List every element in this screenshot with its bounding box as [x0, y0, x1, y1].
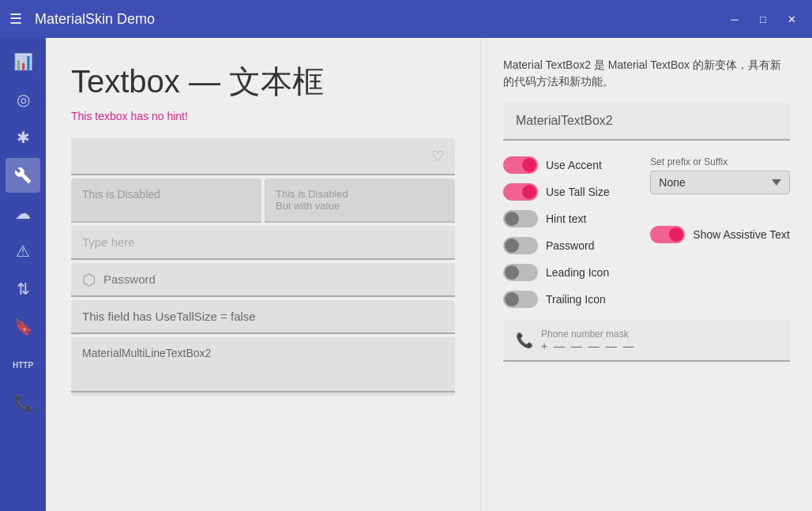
leading-icon-label: Leading Icon: [546, 266, 609, 279]
hint-text-toggle[interactable]: [503, 210, 538, 227]
use-accent-toggle[interactable]: [503, 156, 538, 174]
sidebar: 📊 ◎ ✱ ☁ ⚠ ⇅ 🔖 HTTP 📞: [0, 38, 46, 511]
app-title: MaterialSkin Demo: [35, 11, 724, 28]
preview-textbox[interactable]: MaterialTextBox2: [503, 103, 790, 141]
minimize-button[interactable]: ─: [724, 8, 746, 30]
hint-text-label: Hint text: [546, 212, 586, 225]
sidebar-item-sort[interactable]: ⇅: [6, 272, 40, 306]
hamburger-button[interactable]: ☰: [9, 10, 22, 28]
disabled-fields-row: This is Disabled This is Disabled But wi…: [71, 178, 455, 223]
wrench-icon: [14, 167, 32, 184]
dropdown-label: Set prefix or Suffix: [650, 156, 790, 167]
heart-icon[interactable]: ♡: [431, 148, 444, 165]
fingerprint-icon: ⬡: [82, 270, 96, 289]
use-accent-label: Use Accent: [546, 159, 602, 171]
left-panel: Textbox — 文本框 This texbox has no hint! ♡…: [46, 38, 480, 511]
prefix-suffix-select[interactable]: None Prefix Suffix: [650, 171, 790, 194]
page-title: Textbox — 文本框: [71, 60, 455, 103]
disabled2-value: But with value: [276, 200, 444, 212]
phone-icon: 📞: [516, 332, 533, 349]
password-input[interactable]: [103, 263, 444, 295]
leading-icon-toggle[interactable]: [503, 264, 538, 281]
tall-size-container: [71, 300, 455, 334]
disabled-field-1: This is Disabled: [71, 178, 261, 223]
phone-value: + — — — — —: [541, 340, 636, 352]
sidebar-item-http[interactable]: HTTP: [6, 348, 40, 382]
phone-field-text: Phone number mask + — — — — —: [541, 329, 636, 352]
disabled2-label: This is Disabled: [276, 188, 444, 200]
multiline-container: MaterialMultiLineTextBox2: [71, 337, 455, 396]
prefix-suffix-dropdown-container: Set prefix or Suffix None Prefix Suffix: [650, 156, 790, 194]
show-assistive-label: Show Assistive Text: [693, 228, 790, 241]
controls-right: Set prefix or Suffix None Prefix Suffix …: [650, 156, 790, 243]
trailing-icon-label: Trailing Icon: [546, 293, 606, 306]
window-controls: ─ □ ✕: [724, 8, 803, 30]
sidebar-item-warning[interactable]: ⚠: [6, 234, 40, 269]
leading-icon-row: Leading Icon: [503, 264, 637, 281]
sidebar-item-wrench[interactable]: [6, 158, 40, 193]
no-hint-field-container: ♡: [71, 138, 455, 175]
trailing-icon-row: Trailing Icon: [503, 291, 637, 308]
controls-row: Use Accent Use Tall Size Hint text: [503, 156, 790, 308]
tall-size-input[interactable]: [71, 300, 455, 334]
close-button[interactable]: ✕: [780, 8, 803, 30]
maximize-button[interactable]: □: [752, 8, 774, 30]
show-assistive-row: Show Assistive Text: [650, 226, 790, 243]
disabled-field-2: This is Disabled But with value: [265, 178, 455, 223]
use-tall-size-row: Use Tall Size: [503, 183, 637, 201]
sidebar-item-phone[interactable]: 📞: [6, 385, 40, 420]
use-tall-size-label: Use Tall Size: [546, 186, 610, 198]
sidebar-item-cloud[interactable]: ☁: [6, 196, 40, 231]
hint-text-row: Hint text: [503, 210, 637, 227]
description-text: Material TextBox2 是 Material TextBox 的新变…: [503, 57, 790, 90]
type-here-input[interactable]: [71, 226, 455, 260]
title-bar: ☰ MaterialSkin Demo ─ □ ✕: [0, 0, 812, 38]
password-toggle[interactable]: [503, 237, 538, 254]
password-container: ⬡: [71, 263, 455, 297]
sidebar-item-chart[interactable]: 📊: [6, 44, 40, 79]
password-toggle-row: Password: [503, 237, 637, 254]
use-tall-size-toggle[interactable]: [503, 183, 538, 201]
sidebar-item-bookmark[interactable]: 🔖: [6, 310, 40, 344]
phone-label: Phone number mask: [541, 329, 636, 340]
type-here-container: [71, 226, 455, 260]
sidebar-item-bluetooth[interactable]: ✱: [6, 120, 40, 155]
right-panel: Material TextBox2 是 Material TextBox 的新变…: [480, 38, 812, 511]
trailing-icon-toggle[interactable]: [503, 291, 538, 308]
use-accent-row: Use Accent: [503, 156, 637, 174]
show-assistive-toggle[interactable]: [650, 226, 685, 243]
controls-left: Use Accent Use Tall Size Hint text: [503, 156, 637, 308]
no-hint-input[interactable]: [82, 138, 425, 174]
content-area: Textbox — 文本框 This texbox has no hint! ♡…: [46, 38, 812, 511]
subtitle: This texbox has no hint!: [71, 110, 455, 122]
password-toggle-label: Password: [546, 239, 594, 252]
multiline-input[interactable]: MaterialMultiLineTextBox2: [71, 337, 455, 393]
main-layout: 📊 ◎ ✱ ☁ ⚠ ⇅ 🔖 HTTP 📞 Textbox — 文本框 This …: [0, 38, 812, 511]
phone-field[interactable]: 📞 Phone number mask + — — — — —: [503, 321, 790, 362]
sidebar-item-target[interactable]: ◎: [6, 82, 40, 117]
